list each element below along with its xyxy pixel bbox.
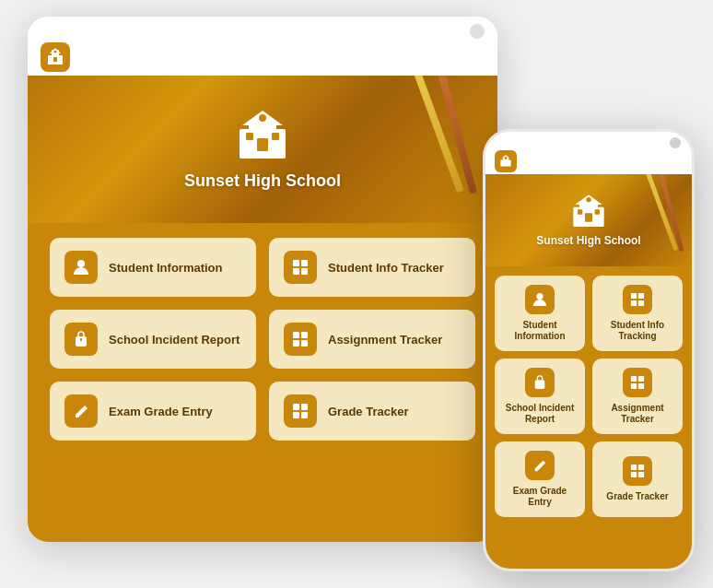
svg-rect-21 <box>301 332 308 338</box>
pencil-icon-1 <box>64 394 98 428</box>
tablet-logo-bar <box>28 39 497 76</box>
school-icon-phone <box>570 194 607 230</box>
tablet-menu-exam-grade-entry[interactable]: Exam Grade Entry <box>50 382 256 441</box>
svg-rect-15 <box>301 260 308 266</box>
tablet-grade-tracker-label: Grade Tracker <box>328 405 408 418</box>
svg-point-13 <box>77 260 85 267</box>
phone-header-content: Sunset High School <box>536 194 640 247</box>
svg-rect-41 <box>638 293 644 299</box>
phone-status-bar <box>485 132 692 148</box>
tablet-device: Sunset High School Student Information <box>28 17 497 542</box>
tablet-header-content: Sunset High School <box>184 109 341 191</box>
phone-grid-icon-2 <box>623 368 652 397</box>
svg-rect-22 <box>293 340 299 347</box>
phone-person-icon <box>525 285 555 314</box>
svg-rect-23 <box>301 340 308 347</box>
tablet-app-logo <box>41 42 70 72</box>
svg-rect-42 <box>631 300 637 306</box>
phone-student-info-label: StudentInformation <box>515 320 566 342</box>
scene: Sunset High School Student Information <box>0 0 713 588</box>
grid-icon-1 <box>284 251 317 284</box>
svg-rect-50 <box>638 465 644 470</box>
svg-rect-49 <box>631 465 637 470</box>
svg-rect-10 <box>246 133 253 140</box>
tablet-student-info-label: Student Information <box>109 261 223 275</box>
school-icon-large <box>235 109 290 164</box>
svg-point-4 <box>54 51 57 53</box>
phone-pencil-icon <box>525 451 555 480</box>
svg-rect-25 <box>301 404 308 410</box>
svg-rect-8 <box>257 138 268 151</box>
phone-home-indicator <box>670 137 681 148</box>
tablet-incident-report-label: School Incident Report <box>109 333 240 347</box>
svg-rect-11 <box>272 133 279 140</box>
svg-rect-51 <box>631 472 637 477</box>
tablet-assignment-tracker-label: Assignment Tracker <box>328 333 442 347</box>
phone-app-logo <box>495 150 517 172</box>
tablet-menu-grid: Student Information Student Info Tracker <box>28 223 497 542</box>
svg-rect-40 <box>631 293 637 299</box>
phone-menu-grid: StudentInformation Student InfoTracking <box>485 266 692 569</box>
phone-logo-bar <box>485 148 692 174</box>
phone-exam-grade-label: Exam Grade Entry <box>502 486 578 508</box>
svg-rect-52 <box>638 472 644 477</box>
svg-rect-19 <box>80 338 82 341</box>
tablet-menu-student-information[interactable]: Student Information <box>50 238 256 297</box>
tablet-menu-incident-report[interactable]: School Incident Report <box>50 310 256 369</box>
phone-menu-grade-tracker[interactable]: Grade Tracker <box>592 441 683 517</box>
phone-menu-assignment-tracker[interactable]: AssignmentTracker <box>592 359 683 434</box>
tablet-exam-grade-label: Exam Grade Entry <box>109 405 213 418</box>
tablet-header: Sunset High School <box>28 76 497 223</box>
svg-rect-46 <box>638 376 644 382</box>
svg-rect-27 <box>301 412 308 418</box>
svg-rect-44 <box>535 380 545 389</box>
phone-menu-exam-grade-entry[interactable]: Exam Grade Entry <box>495 441 585 517</box>
tablet-student-tracker-label: Student Info Tracker <box>328 261 444 275</box>
phone-menu-student-information[interactable]: StudentInformation <box>495 276 585 351</box>
phone-assignment-tracker-label: AssignmentTracker <box>611 403 663 425</box>
phone-student-tracking-label: Student InfoTracking <box>611 320 664 342</box>
svg-point-31 <box>505 157 508 159</box>
svg-rect-26 <box>293 412 299 418</box>
phone-bag-icon <box>525 368 555 397</box>
phone-header: Sunset High School <box>485 174 692 266</box>
phone-grid-icon-1 <box>623 285 652 314</box>
tablet-menu-assignment-tracker[interactable]: Assignment Tracker <box>269 310 475 369</box>
svg-point-39 <box>536 293 543 300</box>
grid-icon-2 <box>284 323 317 356</box>
svg-rect-18 <box>76 336 87 347</box>
phone-school-name: Sunset High School <box>536 234 640 247</box>
bag-icon <box>64 323 98 356</box>
svg-rect-24 <box>293 404 299 410</box>
svg-rect-20 <box>293 332 299 338</box>
phone-incident-report-label: School IncidentReport <box>506 403 574 425</box>
svg-rect-43 <box>638 300 644 306</box>
svg-rect-16 <box>293 268 299 275</box>
svg-rect-2 <box>53 57 57 62</box>
svg-rect-45 <box>631 376 637 382</box>
phone-device: Sunset High School StudentInformation <box>483 129 695 571</box>
tablet-menu-student-info-tracker[interactable]: Student Info Tracker <box>269 238 475 297</box>
person-icon <box>64 251 98 284</box>
svg-rect-17 <box>301 268 308 275</box>
phone-menu-incident-report[interactable]: School IncidentReport <box>495 359 585 434</box>
svg-point-36 <box>586 197 590 202</box>
svg-rect-48 <box>638 383 644 389</box>
grid-icon-3 <box>284 394 317 428</box>
svg-rect-47 <box>631 383 637 389</box>
tablet-school-name: Sunset High School <box>184 171 341 191</box>
phone-grade-tracker-label: Grade Tracker <box>606 491 668 502</box>
phone-grid-icon-3 <box>623 456 652 486</box>
svg-rect-14 <box>293 260 299 266</box>
svg-rect-35 <box>585 213 592 221</box>
svg-rect-38 <box>595 209 600 214</box>
tablet-home-button[interactable] <box>470 24 485 39</box>
svg-point-9 <box>259 114 266 122</box>
svg-rect-12 <box>259 135 266 138</box>
tablet-menu-grade-tracker[interactable]: Grade Tracker <box>269 382 475 441</box>
svg-rect-37 <box>578 209 582 214</box>
phone-menu-student-info-tracking[interactable]: Student InfoTracking <box>592 276 683 351</box>
tablet-status-bar <box>28 17 497 39</box>
